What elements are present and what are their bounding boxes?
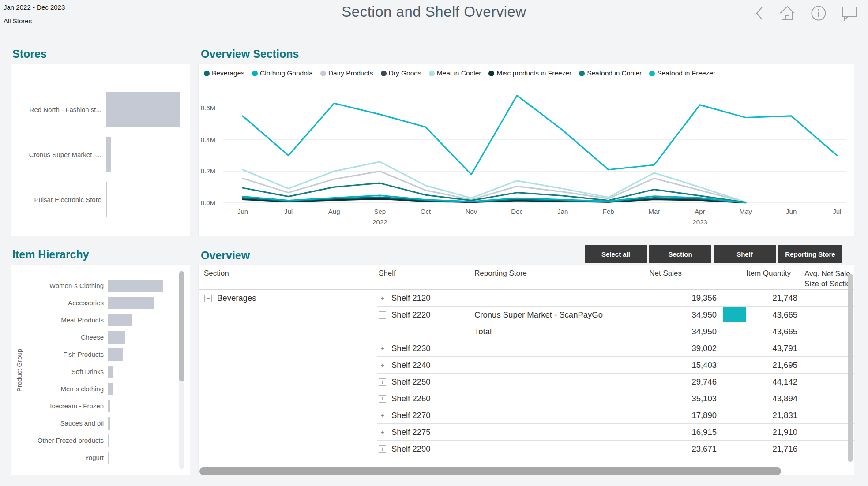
bar-category-label: Cronus Super Market -...	[11, 151, 106, 158]
expand-toggle-icon[interactable]: +	[379, 378, 386, 386]
section-cell	[199, 307, 377, 323]
table-horizontal-scrollbar[interactable]	[199, 467, 781, 475]
product-group-bar-row[interactable]: Other Frozed products	[11, 432, 190, 449]
expand-toggle-icon[interactable]: +	[379, 395, 386, 403]
bar[interactable]	[109, 417, 110, 430]
reporting-store-cell: Total	[472, 323, 632, 340]
bar[interactable]	[109, 314, 132, 326]
store-bar-row[interactable]: Pulsar Electronic Store	[11, 177, 190, 222]
product-group-bar-row[interactable]: Yogurt	[11, 449, 190, 466]
table-row[interactable]: +Shelf 224015,40321,695	[199, 357, 854, 374]
table-row[interactable]: +Shelf 225029,74644,142	[199, 374, 854, 390]
col-header-section[interactable]: Section	[199, 269, 377, 278]
line-series-seafood-in-freezer[interactable]	[243, 95, 837, 174]
page-title: Section and Shelf Overview	[0, 4, 868, 20]
table-row[interactable]: +Shelf 227516,91521,910	[199, 424, 854, 441]
bar[interactable]	[106, 92, 180, 127]
back-icon[interactable]	[755, 6, 764, 21]
collapse-toggle-icon[interactable]: −	[204, 295, 212, 302]
product-group-bar-row[interactable]: Meat Products	[11, 311, 190, 329]
store-bar-row[interactable]: Cronus Super Market -...	[11, 132, 190, 177]
col-header-net-sales[interactable]: Net Sales	[632, 269, 721, 278]
product-group-bar-row[interactable]: Sauces and oil	[11, 415, 190, 432]
shelf-label: Shelf 2270	[391, 411, 430, 420]
table-vertical-scrollbar[interactable]	[848, 274, 853, 462]
table-row[interactable]: Total34,95043,665	[199, 323, 854, 340]
stores-bar-chart: Red North - Fashion st...Cronus Super Ma…	[11, 87, 190, 222]
store-bar-row[interactable]: Red North - Fashion st...	[11, 87, 190, 132]
hierarchy-scrollbar-thumb[interactable]	[179, 271, 184, 381]
shelf-label: Shelf 2290	[391, 444, 430, 454]
product-group-bar-row[interactable]: Women-s Clothing	[11, 277, 190, 294]
table-row[interactable]: −Beverages+Shelf 212019,35621,748	[199, 290, 854, 307]
info-icon[interactable]	[811, 5, 827, 21]
net-sales-cell: 39,002	[632, 340, 721, 357]
col-header-shelf[interactable]: Shelf	[377, 269, 472, 278]
bar-category-label: Pulsar Electronic Store	[11, 196, 106, 203]
bar[interactable]	[106, 182, 107, 217]
bar[interactable]	[109, 297, 154, 309]
product-group-bar-row[interactable]: Soft Drinks	[11, 363, 190, 380]
item-quantity-cell: 21,695	[746, 357, 798, 374]
product-group-bar-row[interactable]: Cheese	[11, 329, 190, 346]
bar[interactable]	[109, 348, 123, 361]
net-sales-cell: 17,890	[632, 407, 721, 424]
shelf-label: Shelf 2275	[391, 427, 430, 437]
overview-panel-title: Overview	[201, 249, 250, 262]
product-group-bar-row[interactable]: Accessories	[11, 294, 190, 311]
shelf-cell: +Shelf 2250	[377, 374, 472, 390]
table-row[interactable]: +Shelf 226035,10343,894	[199, 390, 854, 407]
bar[interactable]	[109, 383, 113, 395]
select-all-button[interactable]: Select all	[585, 245, 647, 263]
bar[interactable]	[109, 452, 109, 464]
expand-toggle-icon[interactable]: +	[379, 429, 386, 436]
product-group-bar-row[interactable]: Icecream - Frozen	[11, 397, 190, 415]
avg-net-sale-cell	[804, 390, 854, 407]
bar[interactable]	[109, 400, 110, 412]
expand-toggle-icon[interactable]: +	[379, 362, 386, 369]
table-row[interactable]: +Shelf 223039,00243,791	[199, 340, 854, 357]
table-body: −Beverages+Shelf 212019,35621,748−Shelf …	[199, 290, 854, 457]
col-header-reporting-store[interactable]: Reporting Store	[472, 269, 632, 278]
comment-icon[interactable]	[842, 6, 857, 21]
sections-line-chart[interactable]: 0.0M0.2M0.4M0.6MJunJulAugSepOctNovDecJan…	[199, 64, 854, 236]
item-quantity-cell: 21,831	[746, 407, 798, 424]
col-header-avg-net-sale[interactable]: Avg. Net Sale Size of Sectio	[804, 269, 854, 289]
hierarchy-bar-chart: Women-s ClothingAccessoriesMeat Products…	[11, 277, 190, 466]
shelf-button[interactable]: Shelf	[714, 245, 776, 263]
bar[interactable]	[106, 137, 111, 172]
section-cell	[199, 374, 377, 390]
bar-category-label: Meat Products	[11, 316, 108, 324]
product-group-bar-row[interactable]: Fish Products	[11, 346, 190, 363]
bar[interactable]	[109, 331, 125, 344]
table-row[interactable]: +Shelf 227017,89021,831	[199, 407, 854, 424]
bar[interactable]	[109, 280, 163, 292]
section-button[interactable]: Section	[649, 245, 711, 263]
selected-cell-color-swatch[interactable]	[723, 307, 746, 322]
expand-toggle-icon[interactable]: +	[379, 295, 386, 302]
home-icon[interactable]	[779, 5, 796, 21]
expand-toggle-icon[interactable]: +	[379, 412, 386, 419]
item-quantity-swatch-cell	[721, 323, 746, 340]
expand-toggle-icon[interactable]: +	[379, 445, 386, 453]
item-quantity-swatch-cell	[721, 407, 746, 424]
bar[interactable]	[109, 434, 109, 447]
sections-panel-title: Overview Sections	[201, 48, 299, 60]
svg-text:Apr: Apr	[695, 208, 705, 215]
svg-text:Oct: Oct	[421, 208, 431, 215]
expand-toggle-icon[interactable]: +	[379, 345, 386, 352]
item-quantity-swatch-cell	[721, 424, 746, 441]
bar[interactable]	[109, 366, 113, 378]
item-quantity-swatch-cell	[721, 390, 746, 407]
collapse-toggle-icon[interactable]: −	[379, 311, 386, 319]
col-header-item-quantity[interactable]: Item Quantity	[746, 269, 798, 278]
item-quantity-cell: 21,748	[746, 290, 798, 307]
header-icons	[755, 5, 857, 21]
reporting-store-cell	[472, 407, 632, 424]
reporting-store-button[interactable]: Reporting Store	[778, 245, 842, 263]
product-group-bar-row[interactable]: Men-s clothing	[11, 380, 190, 397]
section-cell	[199, 357, 377, 374]
table-row[interactable]: +Shelf 229023,67121,716	[199, 441, 854, 457]
table-row[interactable]: −Shelf 2220Cronus Super Market - ScanPay…	[199, 307, 854, 323]
svg-text:Jun: Jun	[237, 208, 248, 215]
